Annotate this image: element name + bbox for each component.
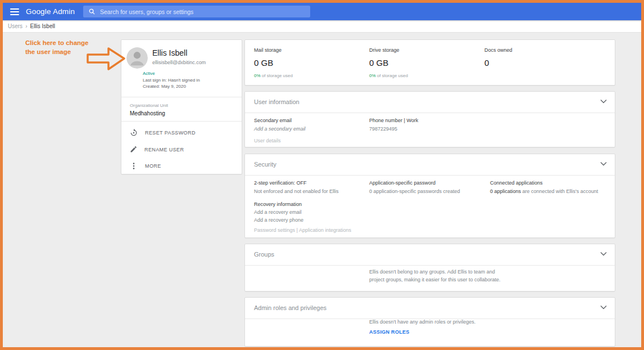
user-avatar[interactable]: [126, 47, 148, 69]
user-name: Ellis Isbell: [152, 48, 187, 57]
chevron-down-icon[interactable]: [600, 305, 607, 309]
two-step-verification-desc: Not enforced and not enabled for Ellis: [254, 189, 364, 194]
divider: [245, 175, 615, 176]
rename-user-label: RENAME USER: [144, 147, 184, 152]
user-information-title: User information: [254, 98, 300, 105]
drive-storage-stat: Drive storage 0 GB 0% of storage used: [360, 40, 475, 85]
assign-roles-button[interactable]: ASSIGN ROLES: [369, 329, 410, 335]
drive-storage-usage-text: of storage used: [376, 73, 408, 78]
user-email: ellisisbell@dxbitinc.com: [152, 60, 206, 65]
last-sign-in: Last sign in: Hasn't signed in: [143, 78, 200, 83]
drive-storage-label: Drive storage: [369, 47, 475, 53]
groups-card: Groups Ellis doesn't belong to any group…: [244, 244, 615, 291]
app-specific-password-label: Application-specific password: [369, 180, 479, 186]
divider: [121, 121, 242, 122]
connected-applications-desc: are connected with Ellis's account: [521, 189, 598, 194]
more-label: MORE: [145, 163, 161, 169]
secondary-email-placeholder[interactable]: Add a secondary email: [254, 126, 306, 132]
reset-password-label: RESET PASSWORD: [145, 130, 196, 136]
docs-owned-value: 0: [484, 58, 591, 68]
chevron-down-icon[interactable]: [600, 161, 607, 166]
connected-applications-count: 0 applications: [490, 189, 521, 194]
breadcrumb-current: Ellis Isbell: [30, 23, 55, 29]
breadcrumb: Users › Ellis Isbell: [3, 20, 641, 33]
recovery-information-field: Recovery information Add a recovery emai…: [254, 201, 303, 223]
divider: [245, 113, 615, 113]
mail-storage-stat: Mail storage 0 GB 0% of storage used: [245, 40, 360, 85]
google-admin-page: Google Admin Users › Ellis Isbell Click …: [3, 3, 641, 347]
secondary-email-label: Secondary email: [254, 118, 306, 123]
drive-storage-percent: 0%: [369, 73, 376, 78]
security-title: Security: [254, 161, 276, 168]
two-step-verification-field: 2-step verification: OFF Not enforced an…: [254, 180, 364, 194]
mail-storage-percent: 0%: [254, 73, 261, 78]
search-box[interactable]: [83, 6, 310, 17]
add-recovery-email-link[interactable]: Add a recovery email: [254, 209, 303, 215]
created-date: Created: May 9, 2020: [143, 84, 186, 89]
hamburger-menu-icon[interactable]: [10, 8, 19, 15]
phone-number-field: Phone number | Work 7987229495: [369, 118, 418, 132]
admin-roles-empty-text: Ellis doesn't have any admin roles or pr…: [369, 319, 475, 325]
breadcrumb-separator: ›: [25, 23, 27, 29]
mail-storage-label: Mail storage: [254, 47, 360, 53]
storage-summary-card: Mail storage 0 GB 0% of storage used Dri…: [244, 39, 615, 86]
app-specific-password-field: Application-specific password 0 applicat…: [369, 180, 479, 194]
avatar-person-icon: [126, 47, 148, 69]
search-input[interactable]: [100, 8, 291, 15]
annotation-text: Click here to change the user image: [25, 38, 88, 56]
breadcrumb-users-link[interactable]: Users: [8, 23, 22, 29]
org-unit-value: Medhahosting: [130, 110, 165, 116]
user-information-card: User information Secondary email Add a s…: [244, 91, 615, 147]
reset-password-button[interactable]: RESET PASSWORD: [130, 129, 196, 137]
docs-owned-stat: Docs owned 0: [475, 40, 591, 85]
connected-applications-label: Connected applications: [490, 180, 608, 186]
security-card: Security 2-step verification: OFF Not en…: [244, 154, 615, 238]
phone-number-label: Phone number | Work: [369, 118, 418, 123]
admin-roles-title: Admin roles and privileges: [254, 304, 326, 311]
drive-storage-value: 0 GB: [369, 58, 475, 68]
secondary-email-field: Secondary email Add a secondary email: [254, 118, 306, 132]
connected-applications-field: Connected applications 0 applications ar…: [490, 180, 608, 194]
content-area: Click here to change the user image Elli…: [3, 33, 641, 347]
groups-empty-text: Ellis doesn't belong to any groups. Add …: [369, 268, 501, 284]
user-profile-card: Ellis Isbell ellisisbell@dxbitinc.com Ac…: [121, 39, 242, 174]
admin-roles-card: Admin roles and privileges Ellis doesn't…: [244, 297, 615, 347]
reset-password-icon: [130, 129, 138, 137]
docs-owned-label: Docs owned: [484, 47, 591, 53]
two-step-verification-label: 2-step verification: OFF: [254, 180, 364, 186]
more-button[interactable]: MORE: [130, 162, 161, 170]
mail-storage-usage-text: of storage used: [261, 73, 293, 78]
org-unit-label: Organizational Unit: [130, 103, 168, 108]
chevron-down-icon[interactable]: [600, 99, 607, 104]
add-recovery-phone-link[interactable]: Add a recovery phone: [254, 217, 303, 223]
rename-user-button[interactable]: RENAME USER: [130, 146, 184, 153]
search-icon: [89, 8, 95, 15]
security-footer-links[interactable]: Password settings | Application integrat…: [254, 227, 351, 233]
app-bar: Google Admin: [3, 3, 641, 20]
phone-number-value: 7987229495: [369, 126, 418, 132]
status-badge: Active: [143, 71, 155, 76]
more-kebab-icon: [130, 162, 138, 170]
mail-storage-value: 0 GB: [254, 58, 360, 68]
divider: [121, 97, 242, 97]
app-title: Google Admin: [26, 7, 75, 16]
annotation-arrow-icon: [86, 46, 126, 72]
chevron-down-icon[interactable]: [600, 252, 607, 256]
divider: [245, 265, 615, 266]
rename-pencil-icon: [130, 146, 137, 153]
recovery-information-label: Recovery information: [254, 201, 303, 207]
groups-title: Groups: [254, 251, 274, 258]
user-details-link[interactable]: User details: [254, 138, 281, 143]
app-specific-password-desc: 0 application-specific passwords created: [369, 189, 479, 194]
